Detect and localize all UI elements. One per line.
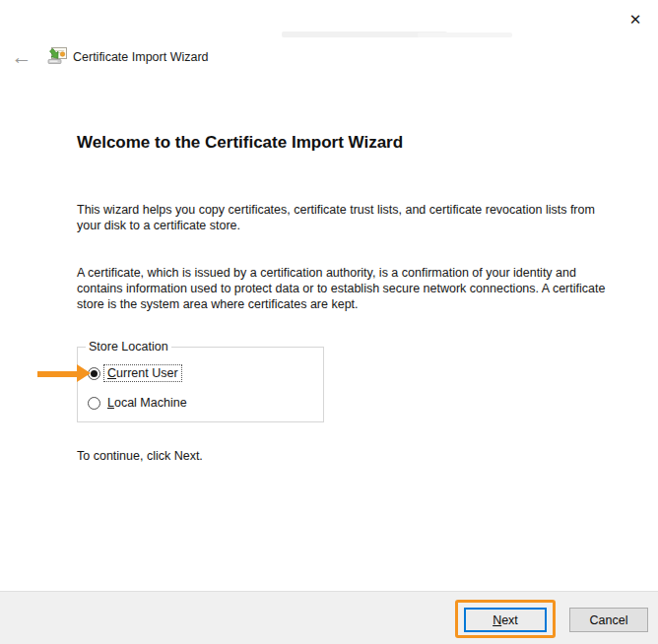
description-paragraph: A certificate, which is issued by a cert… xyxy=(77,265,609,312)
wizard-title: Certificate Import Wizard xyxy=(73,50,209,64)
radio-current-user[interactable]: Current User xyxy=(88,365,181,381)
radio-unselected-icon[interactable] xyxy=(88,397,100,410)
certificate-import-wizard-window: ✕ ← Certificate Import Wizard Welcome to… xyxy=(0,0,658,644)
continue-hint-text: To continue, click Next. xyxy=(77,449,203,463)
arrow-head xyxy=(77,364,91,382)
close-icon[interactable]: ✕ xyxy=(623,8,648,32)
erased-titlebar-artifact xyxy=(418,32,512,37)
radio-local-machine-label[interactable]: Local Machine xyxy=(104,395,190,411)
certificate-import-icon xyxy=(47,45,68,66)
store-location-legend: Store Location xyxy=(86,340,171,354)
back-arrow-icon[interactable]: ← xyxy=(8,45,35,69)
radio-local-machine[interactable]: Local Machine xyxy=(88,395,190,411)
orange-pointer-arrow-annotation xyxy=(37,364,91,383)
next-button[interactable]: Next xyxy=(464,608,547,632)
store-location-groupbox: Store Location Current User Local Machin… xyxy=(77,347,324,422)
page-heading: Welcome to the Certificate Import Wizard xyxy=(77,133,403,153)
cancel-button[interactable]: Cancel xyxy=(569,608,648,632)
button-bar: Next Cancel xyxy=(0,591,658,644)
radio-current-user-label[interactable]: Current User xyxy=(104,365,181,381)
arrow-shaft xyxy=(37,371,79,377)
intro-paragraph: This wizard helps you copy certificates,… xyxy=(77,202,609,233)
